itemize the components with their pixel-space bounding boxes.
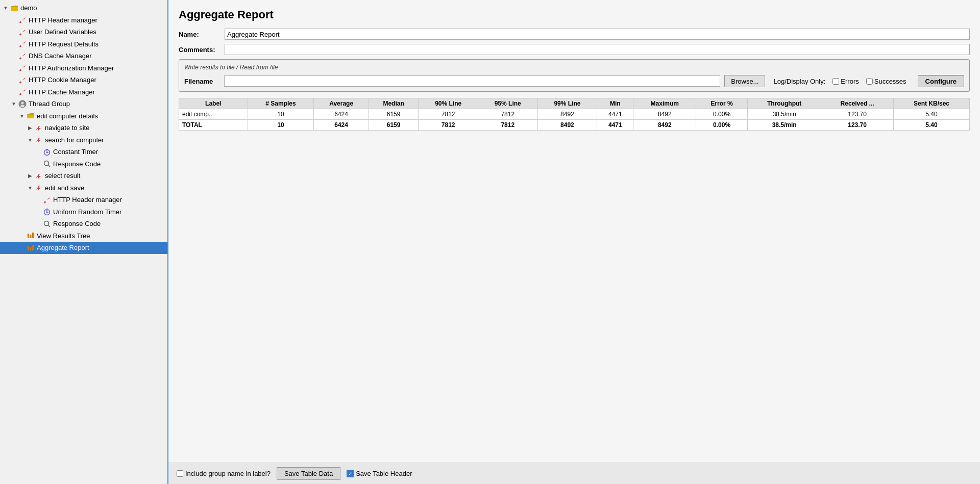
include-group-label[interactable]: Include group name in label? [177,470,271,477]
svg-rect-29 [30,247,32,250]
svg-rect-27 [32,233,34,238]
col-header-error--: Error % [696,98,748,109]
label-http-cookie-manager: HTTP Cookie Manager [29,75,96,85]
cell-1-4: 7812 [419,120,478,131]
tree-item-dns-cache-manager[interactable]: DNS Cache Manager [0,50,167,62]
errors-checkbox[interactable] [832,78,839,85]
toggle-demo[interactable]: ▼ [2,4,9,12]
timer-icon-uniform-random-timer [42,207,52,216]
successes-checkbox[interactable] [866,78,873,85]
include-group-text: Include group name in label? [185,470,271,477]
save-header-label[interactable]: ✓ Save Table Header [347,470,412,477]
tree-item-http-cookie-manager[interactable]: HTTP Cookie Manager [0,74,167,86]
cell-1-7: 4471 [597,120,633,131]
cell-0-0: edit comp... [179,109,248,120]
cell-1-11: 123.70 [821,120,894,131]
tree-item-http-header-manager[interactable]: HTTP Header manager [0,14,167,27]
tree-item-http-cache-manager[interactable]: HTTP Cache Manager [0,86,167,98]
cell-0-6: 8492 [537,109,597,120]
svg-point-23 [44,221,49,225]
tree-item-http-header-manager-2[interactable]: HTTP Header manager [0,194,167,206]
include-group-checkbox[interactable] [177,470,183,477]
col-header-received----: Received ... [821,98,894,109]
wrench-icon-dns-cache-manager [18,52,27,61]
svg-rect-30 [32,245,34,250]
toggle-select-result[interactable]: ▶ [27,172,34,180]
tree-item-view-results-tree[interactable]: View Results Tree [0,230,167,242]
section-title: Write results to file / Read from file [184,64,964,71]
save-header-text: Save Table Header [356,470,412,477]
tree-item-select-result[interactable]: ▶select result [0,170,167,182]
tree-item-uniform-random-timer[interactable]: Uniform Random Timer [0,206,167,218]
toggle-thread-group[interactable]: ▼ [10,100,17,108]
tree-item-http-auth-manager[interactable]: HTTP Authorization Manager [0,62,167,74]
cell-1-12: 5.40 [893,120,969,131]
cell-1-1: 10 [248,120,314,131]
sampler-icon-navigate-to-site [34,123,43,133]
successes-checkbox-label[interactable]: Successes [866,78,906,85]
toggle-search-for-computer[interactable]: ▼ [27,136,34,144]
configure-button[interactable]: Configure [918,75,964,87]
label-aggregate-report: Aggregate Report [37,243,89,253]
errors-label: Errors [841,78,859,85]
aggregate-table: Label# SamplesAverageMedian90% Line95% L… [179,98,970,131]
cell-0-12: 5.40 [893,109,969,120]
tree-item-demo[interactable]: ▼demo [0,2,167,14]
label-thread-group: Thread Group [29,99,70,109]
svg-rect-3 [19,57,22,60]
col-header-min: Min [597,98,633,109]
tree-item-response-code-1[interactable]: Response Code [0,158,167,170]
tree-item-response-code-2[interactable]: Response Code [0,218,167,230]
tree-item-constant-timer[interactable]: Constant Timer [0,146,167,158]
browse-button[interactable]: Browse... [724,75,765,87]
search-icon-response-code-2 [42,219,52,228]
cell-0-3: 6159 [369,109,418,120]
tree-item-aggregate-report[interactable]: Aggregate Report [0,242,167,254]
save-header-checkbox-checked[interactable]: ✓ [347,470,354,477]
sampler-icon-search-for-computer [34,135,43,144]
cell-1-6: 8492 [537,120,597,131]
svg-point-15 [44,161,49,166]
svg-rect-2 [19,45,22,47]
label-http-auth-manager: HTTP Authorization Manager [29,63,114,73]
cell-1-8: 8492 [633,120,696,131]
svg-rect-4 [19,69,22,71]
name-input[interactable] [225,29,970,40]
label-demo: demo [20,3,37,13]
errors-checkbox-label[interactable]: Errors [832,78,859,85]
toggle-edit-computer-details[interactable]: ▼ [18,112,26,120]
timer-icon-constant-timer [42,147,52,157]
tree-item-thread-group[interactable]: ▼Thread Group [0,98,167,110]
cell-1-9: 0.00% [696,120,748,131]
svg-rect-5 [19,81,22,84]
cell-1-2: 6424 [314,120,369,131]
tree-item-user-defined-variables[interactable]: User Defined Variables [0,26,167,38]
panel-title: Aggregate Report [179,8,970,21]
col-header-label: Label [179,98,248,109]
toggle-edit-and-save[interactable]: ▼ [27,184,34,192]
svg-rect-0 [19,21,22,23]
cell-0-11: 123.70 [821,109,894,120]
tree-item-search-for-computer[interactable]: ▼search for computer [0,134,167,146]
cell-0-7: 4471 [597,109,633,120]
comments-input[interactable] [225,44,970,55]
label-dns-cache-manager: DNS Cache Manager [29,51,92,61]
label-select-result: select result [45,171,80,181]
cell-0-1: 10 [248,109,314,120]
label-edit-computer-details: edit computer details [37,111,98,121]
tree-item-edit-computer-details[interactable]: ▼edit computer details [0,110,167,122]
tree-item-navigate-to-site[interactable]: ▶navigate to site [0,122,167,134]
total-row: TOTAL1064246159781278128492447184920.00%… [179,120,970,131]
filename-input[interactable] [224,75,720,87]
tree-item-http-request-defaults[interactable]: HTTP Request Defaults [0,38,167,50]
toggle-navigate-to-site[interactable]: ▶ [27,124,34,132]
cell-1-0: TOTAL [179,120,248,131]
main-content: Aggregate Report Name: Comments: Write r… [168,0,980,463]
col-header-99--line: 99% Line [537,98,597,109]
listener-icon-aggregate-report [26,243,35,252]
svg-rect-22 [46,209,48,210]
cell-0-4: 7812 [419,109,478,120]
svg-rect-28 [28,246,29,250]
save-table-button[interactable]: Save Table Data [277,467,340,480]
tree-item-edit-and-save[interactable]: ▼edit and save [0,182,167,194]
